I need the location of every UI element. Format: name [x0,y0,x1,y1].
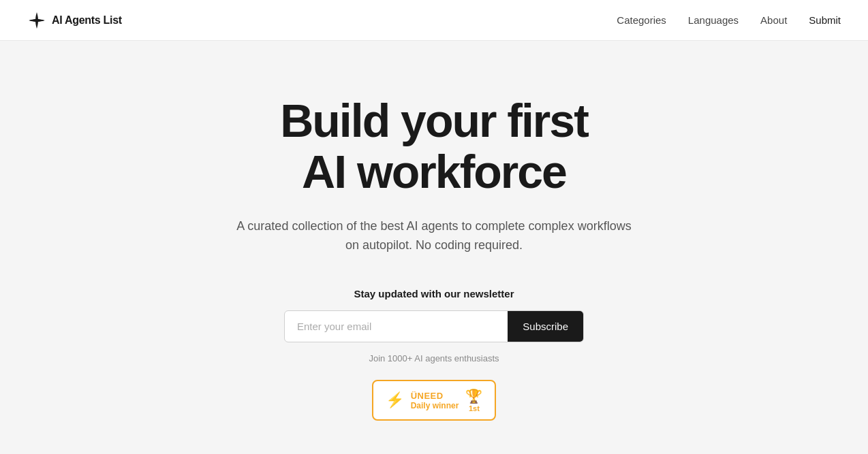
subscribe-button[interactable]: Subscribe [508,311,583,342]
badge-trophy-area: 🏆 1st [465,388,482,412]
nav-about[interactable]: About [760,14,787,26]
hero-subtitle: A curated collection of the best AI agen… [236,216,632,256]
badge-brand: ÜNEED [411,391,444,401]
nav-categories[interactable]: Categories [617,14,666,26]
badge-container: ⚡ ÜNEED Daily winner 🏆 1st [372,380,497,421]
badge-tagline: Daily winner [411,401,459,410]
trophy-icon: 🏆 [465,388,482,404]
hero-title: Build your first AI workforce [280,95,588,197]
uneed-badge[interactable]: ⚡ ÜNEED Daily winner 🏆 1st [372,380,497,421]
badge-text: ÜNEED Daily winner [411,391,459,410]
nav-submit[interactable]: Submit [809,14,841,26]
badge-rank: 1st [469,404,480,412]
newsletter-label: Stay updated with our newsletter [354,288,514,299]
hero-section: Build your first AI workforce A curated … [0,41,868,454]
hero-title-line2: AI workforce [302,146,566,197]
lightning-icon: ⚡ [386,391,404,409]
newsletter-note: Join 1000+ AI agents enthusiasts [369,353,499,363]
newsletter-section: Stay updated with our newsletter Subscri… [284,288,584,363]
hero-title-line1: Build your first [280,95,588,146]
logo-icon [27,11,46,30]
logo[interactable]: AI Agents List [27,11,122,30]
newsletter-form: Subscribe [284,310,584,342]
site-header: AI Agents List Categories Languages Abou… [0,0,868,41]
nav-languages[interactable]: Languages [688,14,739,26]
logo-text: AI Agents List [52,14,122,27]
email-input[interactable] [285,311,508,342]
main-nav: Categories Languages About Submit [617,14,841,26]
